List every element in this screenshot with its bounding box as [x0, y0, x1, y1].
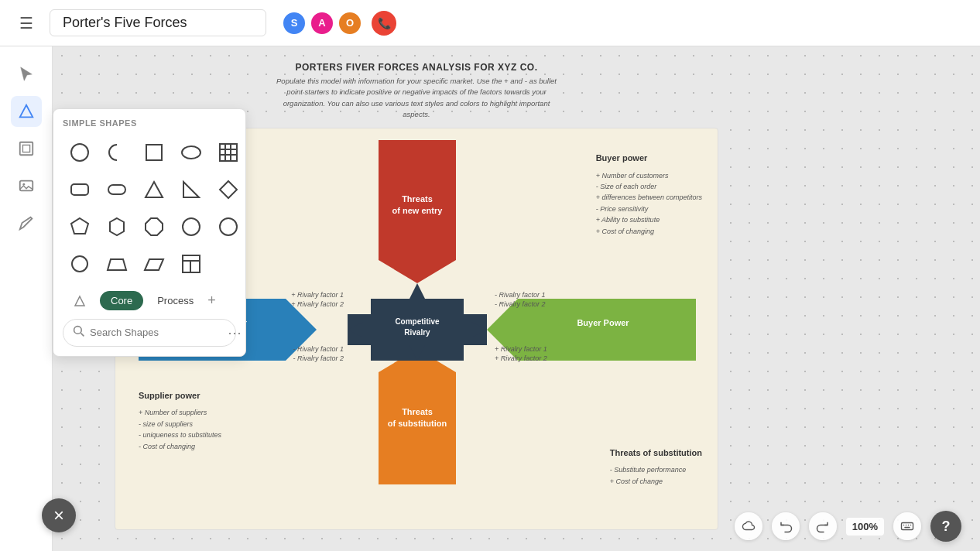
svg-marker-16 [183, 182, 199, 197]
call-icon[interactable]: 📞 [372, 11, 396, 36]
collaborators: S A O 📞 [282, 11, 396, 36]
shape-oval[interactable] [211, 210, 245, 244]
svg-rect-6 [146, 145, 162, 160]
bottom-arrow-text1: Threats [402, 407, 433, 416]
shape-pentagon[interactable] [63, 210, 97, 244]
shapes-panel: SIMPLE SHAPES [53, 108, 246, 357]
sidebar-icon-draw[interactable] [11, 207, 42, 238]
right-arrow-text: Buyer Power [577, 318, 629, 327]
tab-process[interactable]: Process [146, 291, 204, 310]
cloud-icon[interactable] [735, 512, 762, 540]
svg-marker-29 [75, 296, 84, 306]
svg-rect-32 [902, 523, 913, 530]
more-options-icon[interactable]: ⋯ [228, 324, 242, 341]
label-bl-2: - Rivalry factor 2 [293, 354, 344, 362]
svg-marker-20 [146, 218, 163, 235]
avatar-o[interactable]: O [338, 11, 362, 36]
topbar: ☰ Porter's Five Forces S A O 📞 [0, 0, 980, 46]
shape-stadium[interactable] [100, 173, 134, 207]
svg-rect-13 [71, 184, 88, 195]
shape-rounded-rect[interactable] [63, 173, 97, 207]
shape-octagon[interactable] [137, 210, 171, 244]
svg-rect-1 [19, 142, 33, 156]
shape-grid[interactable] [211, 135, 245, 169]
label-br-2: + Rivalry factor 2 [495, 354, 547, 362]
shape-diamond[interactable] [211, 173, 245, 207]
svg-marker-15 [146, 182, 163, 197]
shape-tabs: Core Process + [63, 290, 236, 311]
search-icon [73, 325, 85, 341]
svg-marker-18 [71, 218, 88, 234]
sidebar-icon-shapes[interactable] [11, 96, 42, 127]
tab-icon[interactable] [63, 290, 97, 311]
bottom-arrow-text2: of substitution [388, 419, 447, 428]
label-tl-2: + Rivalry factor 2 [291, 300, 344, 308]
avatar-a[interactable]: A [310, 11, 334, 36]
undo-icon[interactable] [772, 512, 800, 540]
svg-marker-24 [108, 259, 126, 270]
label-bl-1: - Rivalry factor 1 [293, 345, 344, 353]
shape-hexagon[interactable] [100, 210, 134, 244]
label-br-1: + Rivalry factor 1 [495, 345, 547, 353]
tab-add-button[interactable]: + [207, 293, 216, 309]
keyboard-icon[interactable] [893, 512, 921, 540]
shape-circle[interactable] [63, 135, 97, 169]
svg-point-22 [220, 218, 237, 235]
svg-rect-2 [22, 145, 29, 152]
svg-rect-8 [220, 144, 237, 161]
label-tl-1: + Rivalry factor 1 [291, 291, 344, 299]
svg-marker-0 [19, 105, 33, 118]
shape-ellipse[interactable] [174, 135, 208, 169]
main-area: SIMPLE SHAPES [0, 46, 980, 551]
svg-rect-14 [108, 185, 125, 194]
fab-button[interactable]: × [53, 498, 76, 532]
svg-marker-19 [110, 218, 124, 235]
top-arrow-text1: Threats [402, 194, 433, 204]
search-shapes-row: ⋯ [63, 319, 236, 347]
shapes-grid [63, 135, 236, 281]
shape-square[interactable] [137, 135, 171, 169]
svg-line-31 [81, 333, 84, 336]
shape-parallelogram[interactable] [137, 247, 171, 281]
help-button[interactable]: ? [930, 511, 961, 542]
diagram-subtitle: Populate this model with information for… [269, 76, 564, 120]
bottombar: 100% ? [716, 501, 980, 551]
shape-circle3[interactable] [63, 247, 97, 281]
avatar-s[interactable]: S [282, 11, 307, 36]
diagram-title: PORTERS FIVER FORCES ANALYSIS FOR XYZ CO… [115, 62, 718, 73]
svg-point-30 [74, 326, 82, 334]
center-text2: Rivalry [404, 328, 430, 337]
label-tr-1: - Rivalry factor 1 [495, 291, 546, 299]
svg-marker-17 [220, 181, 237, 198]
top-arrow-tip [409, 283, 425, 299]
zoom-level: 100% [846, 518, 884, 536]
shape-right-triangle[interactable] [174, 173, 208, 207]
menu-button[interactable]: ☰ [12, 9, 40, 37]
sidebar-icon-frame[interactable] [11, 133, 42, 164]
shape-triangle[interactable] [137, 173, 171, 207]
svg-point-7 [182, 146, 200, 159]
left-sidebar: SIMPLE SHAPES [0, 46, 53, 551]
svg-point-5 [71, 144, 88, 161]
svg-marker-25 [145, 259, 163, 270]
shape-table[interactable] [174, 247, 208, 281]
document-title[interactable]: Porter's Five Forces [50, 9, 266, 36]
bottom-arrow-shape [379, 349, 456, 484]
sidebar-icon-image[interactable] [11, 170, 42, 201]
tab-core[interactable]: Core [100, 291, 143, 310]
shape-trapezoid[interactable] [100, 247, 134, 281]
top-arrow-text2: of new entry [392, 206, 444, 215]
svg-point-23 [72, 256, 87, 272]
search-shapes-input[interactable] [90, 327, 220, 338]
redo-icon[interactable] [809, 512, 837, 540]
svg-point-21 [183, 218, 200, 235]
sidebar-icon-cursor[interactable] [11, 59, 42, 90]
center-text1: Competitive [395, 317, 440, 326]
label-tr-2: - Rivalry factor 2 [495, 300, 546, 308]
shape-circle2[interactable] [174, 210, 208, 244]
shape-crescent[interactable] [100, 135, 134, 169]
shapes-panel-label: SIMPLE SHAPES [63, 118, 236, 128]
svg-point-4 [22, 183, 25, 186]
